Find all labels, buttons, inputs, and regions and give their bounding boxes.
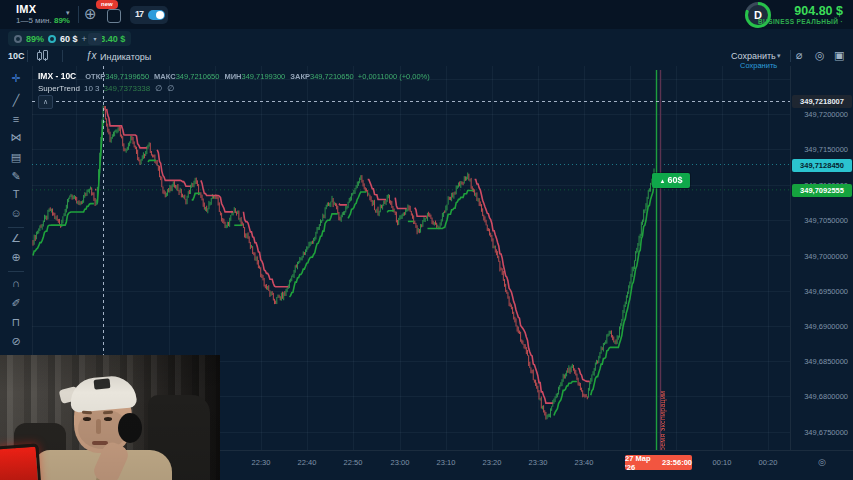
lock-drawings-icon[interactable]: ⊓ xyxy=(0,313,32,331)
timeline-settings-icon[interactable]: ◎ xyxy=(802,457,842,467)
trend-line-icon[interactable]: ╱ xyxy=(0,91,32,109)
trading-app: IMX ▾ 1—5 мин. 89% ⊕ new 17 D 904.80 $ B… xyxy=(0,0,853,480)
plus-sign: + xyxy=(82,34,87,44)
asset-payout: 89% xyxy=(54,16,70,25)
trade-amount: 60 $ xyxy=(60,34,78,44)
current-price-label: 349,7128450 xyxy=(792,159,852,172)
top-header: IMX ▾ 1—5 мин. 89% ⊕ new 17 D 904.80 $ B… xyxy=(0,0,853,29)
save-caret-icon[interactable]: ▾ xyxy=(777,52,781,60)
divider xyxy=(27,50,28,62)
divider xyxy=(62,50,63,62)
account-type[interactable]: BUSINESS РЕАЛЬНЫЙ · xyxy=(740,18,843,25)
legend-value: 349,7199650 xyxy=(105,72,149,81)
toolbar-divider xyxy=(8,227,24,228)
account-balance[interactable]: 904.80 $ xyxy=(770,4,843,18)
divider xyxy=(78,6,79,23)
trade-info-caret-button[interactable]: ▾ xyxy=(88,33,102,45)
open-trade-badge[interactable]: ▲60$ xyxy=(652,173,690,188)
asset-name[interactable]: IMX xyxy=(16,3,36,15)
camera-icon[interactable]: ▣ xyxy=(834,49,844,62)
ohlc-legend: IMX - 10CОТКР349,7199650МАКС349,7210650М… xyxy=(38,71,430,81)
legend-label: ОТКР xyxy=(85,72,105,81)
measure-ruler-icon[interactable]: ∠ xyxy=(0,229,32,247)
brush-icon[interactable]: ✎ xyxy=(0,167,32,185)
chart-toolbar: 10C ƒx Индикаторы Сохранить ▾ ⌀ ◎ ▣ Сохр… xyxy=(0,47,853,66)
legend-label: МАКС xyxy=(154,72,176,81)
zoom-in-icon[interactable]: ⊕ xyxy=(0,248,32,266)
trade-info-bar[interactable]: 89% 60 $ + 113.40 $ xyxy=(8,31,131,46)
legend-label: МИН xyxy=(224,72,241,81)
time-tick: 22:40 xyxy=(287,458,327,467)
time-tick: 00:10 xyxy=(702,458,742,467)
indicator-name: SuperTrend xyxy=(38,84,80,93)
stay-in-drawing-mode-icon[interactable]: ✐ xyxy=(0,294,32,312)
time-tick: 00:20 xyxy=(748,458,788,467)
price-tick: 349,6800000 xyxy=(792,392,848,401)
magnet-icon[interactable]: ∩ xyxy=(0,274,32,292)
time-tick: 22:50 xyxy=(333,458,373,467)
time-tick: 23:40 xyxy=(564,458,604,467)
legend-symbol: IMX - 10C xyxy=(38,71,76,81)
price-tick: 349,6850000 xyxy=(792,357,848,366)
tradingview-pill[interactable]: 17 xyxy=(130,6,168,24)
gear-icon[interactable]: ◎ xyxy=(815,49,825,62)
cursor-crosshair-icon[interactable]: ✛ xyxy=(0,69,32,87)
xabcd-pattern-icon[interactable]: ⋈ xyxy=(0,128,32,146)
legend-value: 349,7210650 xyxy=(176,72,220,81)
chart-type-candles-icon[interactable] xyxy=(36,50,48,62)
hide-drawings-icon[interactable]: ⊘ xyxy=(0,332,32,350)
price-axis[interactable]: 349,7200000349,7150000349,7100000349,705… xyxy=(790,66,853,450)
time-tick: 22:30 xyxy=(241,458,281,467)
arrow-up-icon: ▲ xyxy=(660,178,666,184)
price-tick: 349,7200000 xyxy=(792,110,848,119)
indicator-legend[interactable]: SuperTrend10 3349,7373338∅∅ xyxy=(38,84,174,93)
expiry-date: 27 Мар '26 xyxy=(625,454,657,472)
fx-icon[interactable]: ƒx xyxy=(86,50,97,61)
price-tick: 349,6900000 xyxy=(792,322,848,331)
legend-value: 349,7199300 xyxy=(241,72,285,81)
expiry-time: 23:56:00 xyxy=(662,458,692,467)
tradingview-toggle[interactable] xyxy=(148,10,165,20)
emoji-tool-icon[interactable]: ☺ xyxy=(0,204,32,222)
indicator-value: 349,7373338 xyxy=(104,84,151,93)
timeframe-button[interactable]: 10C xyxy=(8,51,25,61)
indicators-button[interactable]: Индикаторы xyxy=(100,52,151,62)
chevron-up-marker[interactable]: ∧ xyxy=(38,95,53,109)
text-tool-icon[interactable]: T xyxy=(0,185,32,203)
asset-subtitle: 1—5 мин. 89% xyxy=(16,16,70,25)
layout-square-button[interactable] xyxy=(107,9,121,23)
legend-change: +0,0011000 (+0,00%) xyxy=(358,72,430,81)
expiry-badge: 27 Мар '26 23:56:00 xyxy=(625,455,692,470)
indicator-params: 10 3 xyxy=(84,84,100,93)
trade-payout: 89% xyxy=(26,34,44,44)
vignette xyxy=(0,355,220,480)
save-button[interactable]: Сохранить xyxy=(731,51,776,61)
new-badge: new xyxy=(96,0,118,9)
time-tick: 23:20 xyxy=(472,458,512,467)
price-tick: 349,6950000 xyxy=(792,287,848,296)
divider xyxy=(790,50,791,62)
add-asset-icon[interactable]: ⊕ xyxy=(84,5,97,23)
time-tick: 23:00 xyxy=(380,458,420,467)
legend-value: 349,7210650 xyxy=(310,72,354,81)
search-off-icon[interactable]: ⌀ xyxy=(796,49,803,62)
forecast-icon[interactable]: ▤ xyxy=(0,148,32,166)
time-tick: 23:10 xyxy=(426,458,466,467)
time-tick: 23:30 xyxy=(518,458,558,467)
expiry-time-label: Время экспирации xyxy=(659,378,669,456)
webcam-overlay xyxy=(0,355,220,480)
crosshair-price-label: 349,7218007 xyxy=(792,95,852,108)
horizontal-lines-icon[interactable]: ≡ xyxy=(0,110,32,128)
price-tick: 349,7050000 xyxy=(792,216,848,225)
price-tick: 349,7150000 xyxy=(792,145,848,154)
tradingview-logo: 17 xyxy=(135,9,143,19)
legend-label: ЗАКР xyxy=(290,72,310,81)
settings-icon: ∅ xyxy=(167,84,174,93)
price-tick: 349,7000000 xyxy=(792,252,848,261)
eye-icon: ∅ xyxy=(155,84,162,93)
toolbar-divider xyxy=(8,271,24,272)
amount-icon xyxy=(48,35,56,43)
price-tick: 349,6750000 xyxy=(792,428,848,437)
payout-icon xyxy=(14,35,22,43)
entry-price-label: 349,7092555 xyxy=(792,184,852,197)
